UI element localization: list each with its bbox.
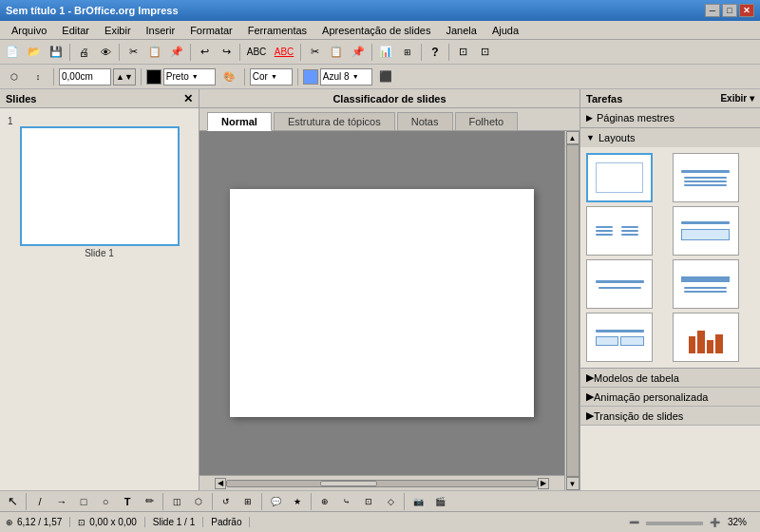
slide-preview-canvas[interactable] bbox=[20, 126, 180, 246]
freehand-tool[interactable]: ✏ bbox=[139, 491, 160, 512]
layout-centered[interactable] bbox=[586, 259, 653, 309]
menu-editar[interactable]: Editar bbox=[54, 23, 97, 38]
tasks-view-btn[interactable]: Exibir ▾ bbox=[720, 93, 754, 104]
menu-arquivo[interactable]: Arquivo bbox=[4, 23, 54, 38]
slide-transition-label: Transição de slides bbox=[594, 410, 683, 422]
rect-tool[interactable]: □ bbox=[73, 491, 94, 512]
open-button[interactable]: 📂 bbox=[24, 42, 45, 63]
layout-two-boxes[interactable] bbox=[586, 313, 653, 362]
cut2-button[interactable]: ✂ bbox=[304, 42, 325, 63]
slide-editor[interactable] bbox=[200, 131, 564, 475]
color3-dropdown[interactable]: Azul 8 bbox=[320, 68, 372, 86]
master-pages-label: Páginas mestres bbox=[597, 112, 674, 124]
tab-notes[interactable]: Notas bbox=[397, 112, 453, 130]
spellcheck-button[interactable]: ABC bbox=[243, 42, 270, 63]
scroll-up-btn[interactable]: ▲ bbox=[566, 131, 580, 144]
tasks-slide-transition[interactable]: ▶ Transição de slides bbox=[580, 407, 760, 426]
minimize-button[interactable]: ─ bbox=[705, 4, 720, 17]
line-width-input[interactable] bbox=[59, 68, 111, 86]
layout-chart[interactable] bbox=[673, 313, 739, 362]
menu-exibir[interactable]: Exibir bbox=[97, 23, 139, 38]
table-button[interactable]: ⊞ bbox=[397, 42, 418, 63]
undo-button[interactable]: ↩ bbox=[194, 42, 215, 63]
h-scrollbar-thumb[interactable] bbox=[320, 481, 377, 486]
menu-formatar[interactable]: Formatar bbox=[182, 23, 240, 38]
insert-video[interactable]: 🎬 bbox=[429, 491, 450, 512]
zoom-slider[interactable] bbox=[646, 522, 703, 525]
callout-tool[interactable]: 💬 bbox=[265, 491, 286, 512]
tab-outline[interactable]: Estrutura de tópicos bbox=[274, 112, 395, 130]
scroll-right-btn[interactable]: ▶ bbox=[538, 478, 549, 489]
align-tool[interactable]: ⊞ bbox=[238, 491, 258, 512]
rotate-tool[interactable]: ↺ bbox=[216, 491, 237, 512]
menu-apresentacao[interactable]: Apresentação de slides bbox=[314, 23, 438, 38]
tasks-custom-animation[interactable]: ▶ Animação personalizada bbox=[580, 388, 760, 407]
cut-button[interactable]: ✂ bbox=[123, 42, 143, 63]
main-layout: Slides ✕ 1 Slide 1 Classificador de slid… bbox=[0, 89, 760, 490]
extra1-button[interactable]: ⊡ bbox=[452, 42, 473, 63]
color2-dropdown[interactable]: Cor bbox=[250, 68, 293, 86]
format-btn2[interactable]: ↕ bbox=[28, 66, 48, 87]
zoom-in-btn[interactable]: ➕ bbox=[710, 518, 720, 527]
slides-panel-close[interactable]: ✕ bbox=[183, 92, 193, 105]
tasks-table-models[interactable]: ▶ Modelos de tabela bbox=[580, 369, 760, 388]
help-button[interactable]: ? bbox=[425, 42, 446, 63]
chart-button[interactable]: 📊 bbox=[375, 42, 396, 63]
effects-tool[interactable]: ⬡ bbox=[188, 491, 209, 512]
copy-button[interactable]: 📋 bbox=[144, 42, 165, 63]
line-tool[interactable]: / bbox=[29, 491, 50, 512]
block-tool[interactable]: ⊡ bbox=[358, 491, 379, 512]
select-tool[interactable]: ↖ bbox=[2, 491, 23, 512]
slides-panel-header: Slides ✕ bbox=[0, 89, 199, 108]
layout-header-style[interactable] bbox=[673, 259, 739, 309]
layout-two-col[interactable] bbox=[586, 206, 653, 256]
symbol-tool[interactable]: ⊕ bbox=[314, 491, 335, 512]
new-button[interactable]: 📄 bbox=[2, 42, 23, 63]
extra2-button[interactable]: ⊡ bbox=[474, 42, 495, 63]
paste2-button[interactable]: 📌 bbox=[348, 42, 369, 63]
format-btn1[interactable]: ⬡ bbox=[4, 66, 25, 87]
connector-tool[interactable]: ⤷ bbox=[336, 491, 357, 512]
slide-canvas[interactable] bbox=[230, 189, 534, 417]
arrow-tool[interactable]: → bbox=[51, 491, 72, 512]
menu-janela[interactable]: Janela bbox=[438, 23, 484, 38]
shadow-tool[interactable]: ◫ bbox=[166, 491, 187, 512]
menu-ajuda[interactable]: Ajuda bbox=[484, 23, 526, 38]
close-button[interactable]: ✕ bbox=[739, 4, 754, 17]
scroll-left-btn[interactable]: ◀ bbox=[215, 478, 226, 489]
insert-media[interactable]: 📷 bbox=[408, 491, 428, 512]
star-tool[interactable]: ★ bbox=[287, 491, 308, 512]
menu-inserir[interactable]: Inserir bbox=[139, 23, 183, 38]
tasks-master-pages-header[interactable]: ▶ Páginas mestres bbox=[580, 108, 760, 127]
separator bbox=[311, 493, 312, 510]
zoom-value: 32% bbox=[728, 517, 747, 527]
zoom-out-btn[interactable]: ➖ bbox=[629, 518, 639, 527]
maximize-button[interactable]: □ bbox=[722, 4, 737, 17]
slide-editor-area: ◀ ▶ bbox=[200, 131, 564, 490]
text-tool[interactable]: T bbox=[117, 491, 138, 512]
table-models-label: Modelos de tabela bbox=[594, 372, 679, 384]
master-pages-arrow-icon: ▶ bbox=[586, 113, 593, 123]
preview-button[interactable]: 👁 bbox=[95, 42, 116, 63]
line-width-stepper[interactable]: ▲▼ bbox=[113, 68, 136, 86]
flowchart-tool[interactable]: ◇ bbox=[380, 491, 401, 512]
paste-button[interactable]: 📌 bbox=[166, 42, 187, 63]
tab-normal[interactable]: Normal bbox=[207, 112, 272, 131]
layout-title-box[interactable] bbox=[673, 206, 739, 256]
copy2-button[interactable]: 📋 bbox=[326, 42, 347, 63]
color2-picker-btn[interactable]: ⬛ bbox=[375, 66, 396, 87]
redo-button[interactable]: ↪ bbox=[216, 42, 237, 63]
color1-dropdown[interactable]: Preto bbox=[163, 68, 216, 86]
print-button[interactable]: 🖨 bbox=[73, 42, 94, 63]
save-button[interactable]: 💾 bbox=[46, 42, 66, 63]
layout-title-content[interactable] bbox=[673, 153, 739, 202]
layout-blank[interactable] bbox=[586, 153, 653, 202]
color-picker-btn[interactable]: 🎨 bbox=[218, 66, 239, 87]
scroll-down-btn[interactable]: ▼ bbox=[566, 477, 580, 490]
tasks-layouts-header[interactable]: ▼ Layouts bbox=[580, 128, 760, 147]
ellipse-tool[interactable]: ○ bbox=[95, 491, 116, 512]
spellcheck2-button[interactable]: ABC bbox=[271, 42, 297, 63]
tab-handout[interactable]: Folheto bbox=[455, 112, 519, 130]
menu-ferramentas[interactable]: Ferramentas bbox=[240, 23, 314, 38]
slide-transition-arrow-icon: ▶ bbox=[586, 409, 594, 422]
